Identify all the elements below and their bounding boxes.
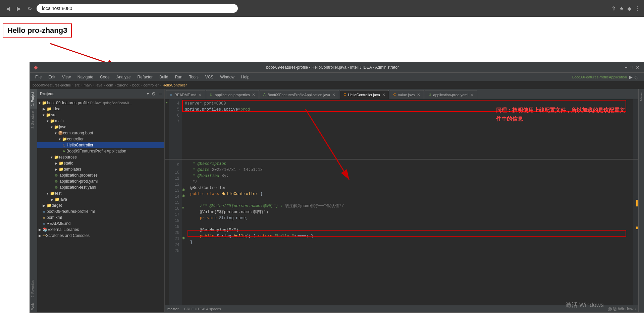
- tab-close-icon[interactable]: ✕: [382, 92, 385, 97]
- menu-code[interactable]: Code: [97, 74, 112, 80]
- menu-analyze[interactable]: Analyze: [114, 74, 133, 80]
- tree-test-java[interactable]: ▶ 📁 java: [37, 196, 164, 202]
- project-close-icon[interactable]: ─: [159, 91, 162, 96]
- menu-edit[interactable]: Edit: [46, 74, 58, 80]
- breadcrumb-main: main: [84, 83, 92, 87]
- extension-icon[interactable]: ◆: [627, 5, 631, 12]
- project-tab[interactable]: 1: Project: [30, 89, 37, 109]
- maven-tab[interactable]: Maven: [639, 90, 643, 102]
- tab-close-icon[interactable]: ✕: [470, 92, 474, 97]
- run-config-label: Boot09FeaturesProfileApplication: [572, 75, 627, 79]
- tree-root[interactable]: ▾ 📁 boot-09-features-profile D:\Java\spr…: [37, 100, 164, 106]
- refresh-button[interactable]: ↻: [25, 4, 34, 13]
- tree-static[interactable]: ▶ 📁 static: [37, 160, 164, 166]
- expand-icon: ▶: [55, 167, 57, 172]
- tree-resources[interactable]: ▾ 📁 resources: [37, 154, 164, 160]
- address-bar[interactable]: localhost:8080: [37, 4, 238, 13]
- debug-button[interactable]: ◇: [635, 74, 638, 80]
- tree-templates[interactable]: ▶ 📁 templates: [37, 166, 164, 172]
- tab-close-icon[interactable]: ✕: [252, 92, 255, 97]
- menu-view[interactable]: View: [59, 74, 73, 80]
- menu-build[interactable]: Build: [157, 74, 171, 80]
- structure-tab[interactable]: 2: Structure: [30, 109, 37, 131]
- menu-file[interactable]: File: [33, 74, 44, 80]
- tab-readme[interactable]: ◈ README.md ✕: [166, 90, 205, 99]
- tab-value[interactable]: C Value.java ✕: [390, 90, 424, 99]
- tab-hello-controller[interactable]: C HelloController.java ✕: [340, 90, 389, 99]
- tree-app-test[interactable]: ⚙ application-test.yaml: [37, 184, 164, 190]
- menu-refactor[interactable]: Refactor: [135, 74, 155, 80]
- tree-test[interactable]: ▾ 📁 test: [37, 190, 164, 196]
- tab-readme-label: README.md: [174, 93, 196, 97]
- tree-main-label: main: [55, 119, 64, 123]
- tree-boot-app-label: Boot09FeaturesProfileApplication: [66, 149, 126, 153]
- tab-app-props[interactable]: ⚙ application.properties ✕: [206, 90, 259, 99]
- xml-icon: ◈: [43, 215, 45, 220]
- menu-window[interactable]: Window: [217, 74, 237, 80]
- tree-hello-controller[interactable]: C HelloController: [37, 142, 164, 148]
- favorites-tab[interactable]: 2: Favorites: [30, 277, 37, 300]
- maximize-button[interactable]: □: [630, 65, 633, 70]
- tree-app-props[interactable]: ⚙ application.properties: [37, 172, 164, 178]
- tree-package[interactable]: ▾ 📦 com.xurong.boot: [37, 130, 164, 136]
- tree-hello-controller-label: HelloController: [67, 143, 93, 147]
- forward-button[interactable]: ▶: [15, 4, 23, 13]
- tree-readme[interactable]: ◈ README.md: [37, 221, 164, 227]
- tab-close-icon[interactable]: ✕: [332, 92, 335, 97]
- tree-readme-label: README.md: [47, 221, 70, 226]
- tree-scratches[interactable]: ▶ ✏ Scratches and Consoles: [37, 233, 164, 239]
- tree-scratches-label: Scratches and Consoles: [46, 233, 90, 238]
- tree-root-path: D:\Java\springBoot\boot-0...: [90, 101, 132, 105]
- annotation-arrow: [0, 17, 644, 69]
- tree-app-prod[interactable]: ⚙ application-prod.yaml: [37, 178, 164, 184]
- tree-main[interactable]: ▾ 📁 main: [37, 118, 164, 124]
- menu-help[interactable]: Help: [238, 74, 252, 80]
- tree-idea[interactable]: ▶ 📁 .idea: [37, 106, 164, 112]
- share-icon[interactable]: ⇧: [611, 5, 616, 12]
- project-view-toggle[interactable]: ▾: [147, 91, 149, 96]
- tab-close-icon[interactable]: ✕: [417, 92, 420, 97]
- tree-boot-app[interactable]: A Boot09FeaturesProfileApplication: [37, 148, 164, 154]
- tree-src[interactable]: ▾ 📁 src: [37, 112, 164, 118]
- menu-dots-icon[interactable]: ⋮: [635, 5, 640, 12]
- bookmark-icon[interactable]: ★: [619, 5, 624, 12]
- menu-navigate[interactable]: Navigate: [75, 74, 96, 80]
- tree-iml[interactable]: ◈ boot-09-features-profile.iml: [37, 208, 164, 214]
- properties-editor: ● 4 5 6 7 #server.port=8080 spring.profi…: [165, 99, 638, 160]
- tree-pom[interactable]: ◈ pom.xml: [37, 214, 164, 221]
- breadcrumb-xurong: xurong: [117, 83, 128, 87]
- project-cog-icon[interactable]: ⚙: [152, 91, 156, 97]
- back-button[interactable]: ◀: [4, 4, 12, 13]
- tab-app-props-label: application.properties: [215, 93, 250, 97]
- window-controls: − □ ✕: [625, 65, 640, 70]
- menu-vcs[interactable]: VCS: [203, 74, 216, 80]
- tab-app-prod[interactable]: ⚙ application-prod.yaml ✕: [425, 90, 478, 99]
- java-code-content[interactable]: * @Description * @date 2022/10/31 - 14:5…: [187, 160, 633, 305]
- menu-tools[interactable]: Tools: [186, 74, 201, 80]
- tree-target[interactable]: ▶ 📁 target: [37, 202, 164, 208]
- prop-icon: ⚙: [210, 93, 213, 97]
- folder-icon: 📁: [50, 191, 55, 196]
- tree-java[interactable]: ▾ 📁 java: [37, 124, 164, 130]
- tree-controller-folder[interactable]: ▾ 📁 controller: [37, 136, 164, 142]
- project-title: Project: [40, 91, 144, 96]
- minimize-button[interactable]: −: [625, 65, 627, 70]
- editor-tabs: ◈ README.md ✕ ⚙ application.properties ✕…: [165, 89, 638, 99]
- ide-main: 1: Project 2: Structure 2: Favorites Web…: [30, 89, 644, 312]
- editor-area: ◈ README.md ✕ ⚙ application.properties ✕…: [165, 89, 638, 312]
- breadcrumb-boot: boot: [132, 83, 140, 87]
- tab-close-icon[interactable]: ✕: [198, 92, 202, 97]
- java-icon: C: [343, 93, 346, 97]
- tree-java-label: java: [59, 125, 66, 129]
- close-button[interactable]: ✕: [636, 65, 640, 70]
- web-tab[interactable]: Web: [30, 300, 37, 312]
- tree-ext-libs[interactable]: ▶ 📚 External Libraries: [37, 227, 164, 233]
- tree-static-label: static: [64, 161, 73, 166]
- hello-output: Hello pro-zhang3: [3, 23, 72, 38]
- run-button[interactable]: ▶: [629, 74, 633, 80]
- browser-content: Hello pro-zhang3: [0, 17, 644, 69]
- ide-window: ◆ boot-09-features-profile - HelloContro…: [30, 62, 644, 313]
- yaml-icon: ⚙: [55, 179, 58, 184]
- menu-run[interactable]: Run: [172, 74, 185, 80]
- tab-boot-app[interactable]: A Boot09FeaturesProfileApplication.java …: [260, 90, 339, 99]
